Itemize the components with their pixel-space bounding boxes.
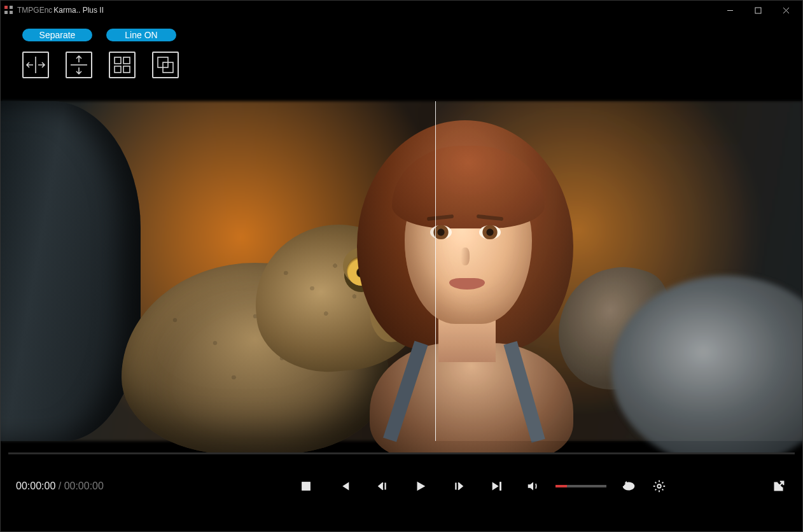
split-vertical-button[interactable] <box>66 52 92 78</box>
gear-icon <box>652 479 666 493</box>
time-total: 00:00:00 <box>64 480 104 491</box>
svg-rect-8 <box>500 482 501 491</box>
popout-button[interactable] <box>771 478 787 494</box>
overlay-compare-button[interactable] <box>152 52 179 78</box>
stop-icon <box>299 479 313 493</box>
svg-rect-3 <box>115 66 121 73</box>
popout-icon <box>772 479 786 493</box>
play-button[interactable] <box>412 478 429 494</box>
svg-rect-7 <box>302 482 311 491</box>
overlap-squares-icon <box>156 55 175 74</box>
video-frame <box>1 101 802 441</box>
playback-controls: 00:00:00 / 00:00:00 <box>1 456 802 516</box>
volume-icon <box>526 479 540 493</box>
title-prefix: TMPGEnc <box>17 6 52 15</box>
line-toggle-button[interactable]: Line ON <box>106 29 176 41</box>
transport-buttons <box>298 478 505 494</box>
arrows-vertical-icon <box>69 54 88 76</box>
maximize-button[interactable] <box>744 1 772 20</box>
loop-icon <box>622 479 636 493</box>
seek-bar[interactable] <box>8 452 795 454</box>
volume-button[interactable] <box>525 478 541 494</box>
chevron-left-bar-icon <box>375 479 389 493</box>
svg-rect-2 <box>123 57 130 64</box>
skip-end-button[interactable] <box>489 478 505 494</box>
time-display: 00:00:00 / 00:00:00 <box>16 480 104 492</box>
step-back-button[interactable] <box>374 478 391 494</box>
time-separator: / <box>55 480 64 491</box>
settings-button[interactable] <box>651 478 667 494</box>
svg-rect-0 <box>755 8 761 13</box>
skip-start-button[interactable] <box>336 478 353 494</box>
minimize-button[interactable] <box>716 1 744 20</box>
arrows-horizontal-icon <box>25 55 46 74</box>
split-horizontal-button[interactable] <box>22 52 49 78</box>
svg-point-9 <box>657 484 661 488</box>
svg-rect-1 <box>115 57 121 64</box>
play-icon <box>414 479 428 493</box>
title-bar: TMPGEnc Karma.. Plus II <box>1 1 802 20</box>
compare-divider[interactable] <box>435 101 436 441</box>
skip-next-icon <box>490 479 504 493</box>
app-logo-icon <box>4 6 13 15</box>
skip-previous-icon <box>337 479 351 493</box>
stop-button[interactable] <box>298 478 314 494</box>
close-button[interactable] <box>772 1 800 20</box>
volume-slider[interactable] <box>555 485 606 487</box>
chevron-right-bar-icon <box>452 479 466 493</box>
separate-button[interactable]: Separate <box>22 29 92 41</box>
svg-rect-4 <box>123 66 130 73</box>
step-forward-button[interactable] <box>450 478 467 494</box>
title-main: Karma.. Plus II <box>53 6 104 15</box>
right-controls <box>525 478 787 494</box>
toolbar: Separate Line ON <box>1 20 802 90</box>
grid-icon <box>113 55 132 74</box>
loop-button[interactable] <box>620 478 637 494</box>
time-current: 00:00:00 <box>16 480 55 491</box>
window-controls <box>716 1 800 20</box>
video-preview[interactable] <box>1 90 802 452</box>
grid-2x2-button[interactable] <box>109 52 136 78</box>
